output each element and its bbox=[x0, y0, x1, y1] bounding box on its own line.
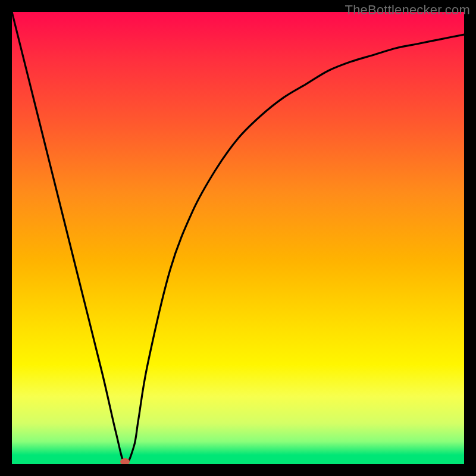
bottleneck-curve bbox=[12, 12, 464, 464]
attribution-text: TheBottlenecker.com bbox=[345, 2, 470, 18]
chart-container: TheBottlenecker.com bbox=[0, 0, 476, 476]
plot-area bbox=[12, 12, 464, 464]
curve-path bbox=[12, 12, 464, 464]
